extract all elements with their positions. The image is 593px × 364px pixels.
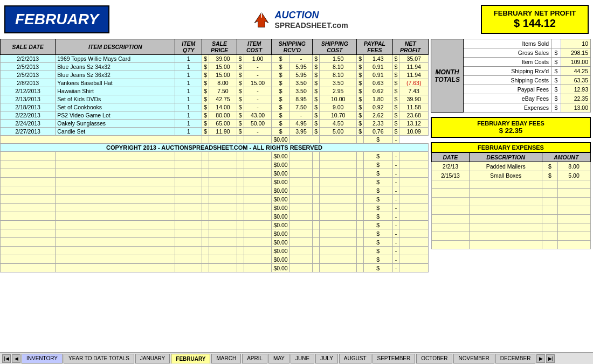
tab-september[interactable]: SEPTEMBER bbox=[373, 354, 416, 363]
tab-inventory[interactable]: INVENTORY bbox=[22, 354, 63, 363]
tab-may[interactable]: MAY bbox=[268, 354, 289, 363]
main-table: SALE DATE ITEM DESCRIPTION ITEMQTY SALEP… bbox=[0, 39, 429, 272]
ebay-fees-label: eBay Fees bbox=[464, 94, 551, 103]
tab-october[interactable]: OCTOBER bbox=[416, 354, 452, 363]
table-row: 2/13/2013Set of Kids DVDs1$42.75$-$8.95$… bbox=[1, 95, 429, 103]
col-item-desc: ITEM DESCRIPTION bbox=[56, 39, 175, 55]
empty-row: $0.00$- bbox=[1, 238, 429, 247]
copyright-row: COPYRIGHT 2013 - AUCTIONSPREADSHEET.COM … bbox=[1, 144, 429, 152]
tab-february[interactable]: FEBRUARY bbox=[171, 354, 210, 363]
total-row: $0.00 $- bbox=[1, 136, 429, 144]
month-totals-table: MONTHTOTALS Items Sold 10 Gross Sales $ … bbox=[431, 39, 591, 113]
tab-nav-left-first[interactable]: |◀ bbox=[2, 354, 11, 363]
col-sale-date: SALE DATE bbox=[1, 39, 56, 55]
expenses-table: FEBRUARY EXPENSES DATE DESCRIPTION AMOUN… bbox=[431, 142, 591, 249]
logo-text: AUCTION SPREADSHEET.com bbox=[274, 10, 348, 30]
empty-row: $0.00$- bbox=[1, 152, 429, 160]
empty-row: $0.00$- bbox=[1, 169, 429, 178]
col-net-profit: NETPROFIT bbox=[392, 39, 428, 55]
tab-march[interactable]: MARCH bbox=[211, 354, 241, 363]
empty-expense-row bbox=[431, 198, 590, 206]
logo-icon bbox=[253, 11, 270, 28]
table-row: 2/22/2013PS2 Video Game Lot1$80.00$43.00… bbox=[1, 111, 429, 120]
empty-expense-row bbox=[431, 215, 590, 223]
col-item-qty: ITEMQTY bbox=[175, 39, 202, 55]
col-shipping-rcvd: SHIPPINGRCV'D bbox=[272, 39, 313, 55]
tab-august[interactable]: AUGUST bbox=[339, 354, 371, 363]
table-row: 2/18/2013Set of Cookbooks1$14.00$-$7.50$… bbox=[1, 103, 429, 111]
ebay-fees-value: 22.35 bbox=[561, 94, 591, 103]
empty-expense-row bbox=[431, 223, 590, 232]
shipping-costs-label: Shipping Costs bbox=[464, 76, 551, 85]
empty-row: $0.00$- bbox=[1, 178, 429, 186]
empty-row: $0.00$- bbox=[1, 195, 429, 204]
empty-row: $0.00$- bbox=[1, 160, 429, 169]
tab-november[interactable]: NOVEMBER bbox=[453, 354, 494, 363]
table-row: 2/5/2013Blue Jeans Sz 34x321$15.00$-$5.9… bbox=[1, 63, 429, 71]
shipping-rcvd-label: Shipping Rcv'd bbox=[464, 67, 551, 76]
tab-july[interactable]: JULY bbox=[315, 354, 338, 363]
expenses-value: 13.00 bbox=[561, 103, 591, 113]
ebay-fees-box: FEBRUARY EBAY FEES $ 22.35 bbox=[431, 117, 591, 138]
table-row: 2/5/2013Blue Jeans Sz 36x321$15.00$-$5.9… bbox=[1, 71, 429, 79]
shipping-rcvd-value: 44.25 bbox=[561, 67, 591, 76]
right-panel: MONTHTOTALS Items Sold 10 Gross Sales $ … bbox=[429, 39, 593, 352]
expenses-col-headers: DATE DESCRIPTION AMOUNT bbox=[431, 152, 590, 162]
item-costs-label: Item Costs bbox=[464, 58, 551, 67]
ebay-fees-box-label: FEBRUARY EBAY FEES bbox=[434, 120, 588, 127]
empty-expense-row bbox=[431, 241, 590, 249]
empty-expense-row bbox=[431, 232, 590, 241]
net-profit-amount: $ 144.12 bbox=[492, 17, 578, 30]
tab-nav-left[interactable]: ◀ bbox=[12, 354, 20, 363]
table-row: 2/24/2013Oakely Sunglasses1$65.00$50.00$… bbox=[1, 120, 429, 128]
expenses-label: Expenses bbox=[464, 103, 551, 113]
net-profit-box: FEBRUARY NET PROFIT $ 144.12 bbox=[481, 5, 589, 34]
table-row: 2/12/2013Hawaiian Shirt1$7.50$-$3.50$2.9… bbox=[1, 87, 429, 95]
empty-expense-row bbox=[431, 189, 590, 198]
tab-nav-right-last[interactable]: ▶| bbox=[546, 354, 555, 363]
month-totals-label: MONTHTOTALS bbox=[431, 39, 464, 113]
table-header-row: SALE DATE ITEM DESCRIPTION ITEMQTY SALEP… bbox=[1, 39, 429, 55]
empty-row: $0.00$- bbox=[1, 247, 429, 255]
tab-april[interactable]: APRIL bbox=[242, 354, 267, 363]
net-profit-label: FEBRUARY NET PROFIT bbox=[492, 9, 578, 17]
empty-row: $0.00$- bbox=[1, 186, 429, 195]
col-sale-price: SALEPRICE bbox=[202, 39, 237, 55]
expense-row: 2/15/13Small Boxes$5.00 bbox=[431, 171, 590, 180]
expense-row: 2/2/13Padded Mailers$8.00 bbox=[431, 162, 590, 171]
logo-area: AUCTION SPREADSHEET.com bbox=[120, 10, 481, 30]
items-sold-value: 10 bbox=[561, 39, 591, 48]
left-table: SALE DATE ITEM DESCRIPTION ITEMQTY SALEP… bbox=[0, 39, 429, 352]
tab-bar: |◀ ◀ INVENTORYYEAR TO DATE TOTALSJANUARY… bbox=[0, 352, 593, 364]
main-content: SALE DATE ITEM DESCRIPTION ITEMQTY SALEP… bbox=[0, 39, 593, 352]
month-title: FEBRUARY bbox=[4, 5, 109, 33]
empty-expense-row bbox=[431, 206, 590, 215]
paypal-fees-label: Paypal Fees bbox=[464, 85, 551, 94]
tab-year-to-date-totals[interactable]: YEAR TO DATE TOTALS bbox=[64, 354, 134, 363]
expenses-col-description: DESCRIPTION bbox=[470, 152, 542, 162]
item-costs-value: 109.00 bbox=[561, 58, 591, 67]
table-row: 2/27/2013Candle Set1$11.90$-$3.95$5.00$0… bbox=[1, 128, 429, 136]
col-shipping-cost: SHIPPINGCOST bbox=[313, 39, 357, 55]
col-paypal-fees: PAYPALFEES bbox=[357, 39, 392, 55]
empty-row: $0.00$- bbox=[1, 221, 429, 229]
tab-june[interactable]: JUNE bbox=[291, 354, 314, 363]
paypal-fees-value: 12.93 bbox=[561, 85, 591, 94]
expenses-header-row: FEBRUARY EXPENSES bbox=[431, 143, 590, 152]
gross-sales-label: Gross Sales bbox=[464, 48, 551, 58]
empty-expense-row bbox=[431, 180, 590, 189]
ebay-fees-box-amount: $ 22.35 bbox=[434, 127, 588, 135]
table-row: 2/2/20131969 Topps Willie Mays Card1$39.… bbox=[1, 55, 429, 63]
expenses-box-label: FEBRUARY EXPENSES bbox=[431, 143, 590, 152]
top-header: FEBRUARY AUCTION SPREADSHEET.com FEBRUAR… bbox=[0, 0, 593, 39]
tab-january[interactable]: JANUARY bbox=[135, 354, 170, 363]
items-sold-label: Items Sold bbox=[464, 39, 551, 48]
empty-row: $0.00$- bbox=[1, 255, 429, 264]
empty-row: $0.00$- bbox=[1, 229, 429, 238]
tab-december[interactable]: DECEMBER bbox=[495, 354, 536, 363]
empty-row: $0.00$- bbox=[1, 264, 429, 272]
table-row: 2/8/2013Yankees Baseball Hat1$8.00$15.00… bbox=[1, 79, 429, 87]
tab-nav-right[interactable]: ▶ bbox=[536, 354, 545, 363]
empty-row: $0.00$- bbox=[1, 212, 429, 221]
shipping-costs-value: 63.35 bbox=[561, 76, 591, 85]
